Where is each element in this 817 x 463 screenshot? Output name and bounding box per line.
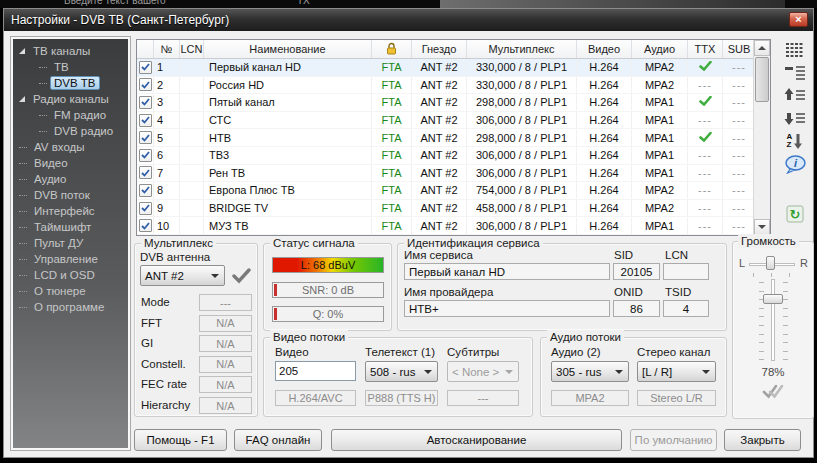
close-button[interactable]: Закрыть [724,429,801,451]
sort-az-icon[interactable]: AZ [782,131,808,151]
apply-antenna-button[interactable] [231,268,251,288]
volume-tick [759,342,764,343]
channel-row[interactable]: 9BRIDGE TVFTAANT #2458,000 / 8 / PLP1H.2… [137,200,755,218]
channel-audio-codec: MPA2 [632,182,688,199]
channel-row[interactable]: 1Первый канал HDFTAANT #2330,000 / 8 / P… [137,59,755,77]
channel-row[interactable]: 8Европа Плюс ТВFTAANT #2754,000 / 8 / PL… [137,182,755,200]
defaults-button[interactable]: По умолчанию [630,429,717,451]
header-multiplex[interactable]: Мультиплекс [467,40,577,58]
titlebar-close-button[interactable]: × [789,12,808,27]
channel-ttx: --- [688,200,723,217]
help-button[interactable]: Помощь - F1 [134,429,227,451]
header-video[interactable]: Видео [577,40,632,58]
channel-row[interactable]: 7Рен ТВFTAANT #2306,000 / 8 / PLP1H.264M… [137,165,755,183]
sidebar-item[interactable]: Пульт ДУ [13,235,128,251]
titlebar[interactable]: Настройки - DVB ТВ (Санкт-Петербург) × [4,9,813,31]
sidebar-item[interactable]: DVB радио [13,123,128,139]
channel-checkbox[interactable] [139,96,152,109]
video-pid-input[interactable] [275,361,356,381]
channel-checkbox[interactable] [139,149,152,162]
stereo-select[interactable]: [L / R] [637,361,716,382]
snr-bar: SNR: 0 dB [272,282,384,298]
mux-param-value-field: --- [199,294,252,311]
faq-button[interactable]: FAQ онлайн [234,429,322,451]
balance-thumb[interactable] [766,256,775,270]
header-name[interactable]: Наименование [204,40,372,58]
video-streams-title: Видео потоки [270,330,348,344]
teletext-select[interactable]: 508 - rus [365,361,438,382]
channel-row[interactable]: 3Пятый каналFTAANT #2298,000 / 8 / PLP1H… [137,94,755,112]
channel-checkbox[interactable] [139,131,152,144]
sidebar-item[interactable]: Аудио [13,171,128,187]
channel-row[interactable]: 5НТВFTAANT #2298,000 / 8 / PLP1H.264MPA1… [137,129,755,147]
sidebar-item[interactable]: ТВ каналы [13,43,128,59]
chevron-down-icon [615,370,623,374]
channel-checkbox[interactable] [139,114,152,127]
volume-tick [759,291,764,292]
sidebar-item[interactable]: FM радио [13,107,128,123]
header-audio[interactable]: Аудио [632,40,688,58]
sidebar-item-label: ТВ каналы [29,44,94,58]
move-up-icon[interactable] [782,85,808,105]
header-checkbox-column[interactable] [137,40,154,58]
audio-select[interactable]: 305 - rus [551,361,629,382]
scroll-down-button[interactable] [754,219,770,235]
volume-thumb[interactable] [763,294,783,304]
sidebar-item[interactable]: AV входы [13,139,128,155]
channel-row[interactable]: 4СТСFTAANT #2306,000 / 8 / PLP1H.264MPA1… [137,112,755,130]
remove-channel-icon[interactable] [782,62,808,82]
sidebar-item-label: О программе [30,300,108,314]
scrollbar-thumb[interactable] [755,57,769,102]
tree-expand-icon[interactable] [19,96,25,102]
channel-checkbox[interactable] [139,202,152,215]
tree-expand-icon[interactable] [19,48,25,54]
channel-multiplex: 306,000 / 8 / PLP1 [467,217,577,234]
header-encrypted[interactable] [372,40,412,58]
scroll-up-button[interactable] [754,40,770,56]
sidebar-item[interactable]: Таймшифт [13,219,128,235]
channel-checkbox[interactable] [139,61,152,74]
sidebar-item[interactable]: DVB ТВ [13,75,128,91]
channel-row[interactable]: 10МУЗ ТВFTAANT #2306,000 / 8 / PLP1H.264… [137,217,755,235]
table-list-icon[interactable] [782,39,808,59]
sidebar-item[interactable]: О тюнере [13,283,128,299]
table-scrollbar[interactable] [753,40,770,235]
sidebar-tree: ТВ каналыТВDVB ТВРадио каналыFM радиоDVB… [11,37,130,450]
sidebar-item[interactable]: LCD и OSD [13,267,128,283]
channel-row[interactable]: 2Россия HDFTAANT #2330,000 / 8 / PLP1H.2… [137,77,755,95]
header-ttx[interactable]: TTX [688,40,723,58]
channel-number: 6 [154,147,180,164]
channel-row[interactable]: 6ТВ3FTAANT #2306,000 / 8 / PLP1H.264MPA1… [137,147,755,165]
sidebar-item[interactable]: ТВ [13,59,128,75]
header-number[interactable]: № [154,40,180,58]
header-socket[interactable]: Гнездо [412,40,467,58]
channel-checkbox[interactable] [139,184,152,197]
move-down-icon[interactable] [782,108,808,128]
autoscan-button[interactable]: Автосканирование [331,429,622,451]
provider-field: НТВ+ [404,300,610,317]
sidebar-item-label: LCD и OSD [30,268,99,282]
sidebar-item[interactable]: DVB поток [13,187,128,203]
channel-checkbox[interactable] [139,219,152,232]
sidebar-item[interactable]: Видео [13,155,128,171]
sidebar-item[interactable]: О программе [13,299,128,315]
antenna-select[interactable]: ANT #2 [140,265,225,286]
refresh-icon[interactable]: ↻ [782,204,808,224]
sidebar-item[interactable]: Интерфейс [13,203,128,219]
header-lcn[interactable]: LCN [180,40,204,58]
sidebar-item-label: Интерфейс [30,204,99,218]
channel-checkbox[interactable] [139,166,152,179]
channel-checkbox[interactable] [139,78,152,91]
channel-access: FTA [372,59,412,76]
channel-number: 9 [154,200,180,217]
sidebar-item[interactable]: Радио каналы [13,91,128,107]
sidebar-item-label: Управление [30,252,102,266]
lock-icon [386,42,397,57]
header-sub[interactable]: SUB [723,40,755,58]
mux-param-value-field: N/A [199,397,252,414]
channel-lcn [180,182,204,199]
channel-name: BRIDGE TV [204,200,372,217]
info-icon[interactable]: i [782,154,808,174]
sidebar-item[interactable]: Управление [13,251,128,267]
volume-slider[interactable] [771,279,775,361]
